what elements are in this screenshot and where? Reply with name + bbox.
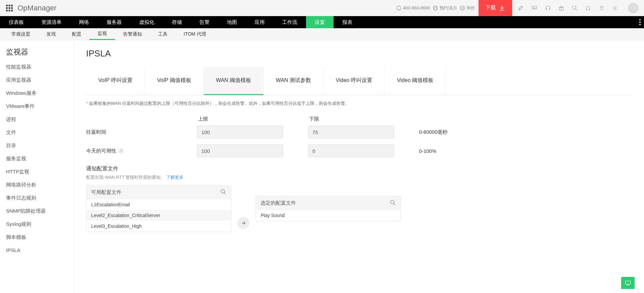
headset-icon[interactable] xyxy=(544,5,551,11)
user-avatar[interactable] xyxy=(628,3,639,13)
download-label: 下载 xyxy=(485,4,496,11)
range-text: 0-100% xyxy=(419,148,437,154)
available-label: 可用配置文件 xyxy=(91,189,121,196)
notification-desc-text: 配置出现 WAN RTT 警报时所需的通知。 xyxy=(86,175,165,180)
svg-point-11 xyxy=(572,6,576,9)
search-icon[interactable] xyxy=(390,200,396,207)
sub-nav-item[interactable]: 工具 xyxy=(150,28,176,40)
nav-item[interactable]: 虚拟化 xyxy=(130,16,163,28)
header-icons xyxy=(512,3,644,13)
sidebar-item[interactable]: Windows服务 xyxy=(0,87,74,100)
svg-rect-7 xyxy=(9,10,10,11)
sub-nav-item[interactable]: ITOM 代理 xyxy=(176,28,214,40)
nav-item[interactable]: 报表 xyxy=(334,16,361,28)
sidebar: 监视器 性能监视器应用监视器Windows服务VMware事件进程文件目录服务监… xyxy=(0,40,74,293)
transfer-right-button[interactable] xyxy=(237,217,250,229)
nav-item[interactable]: 地图 xyxy=(218,16,246,28)
profiles-transfer: 可用配置文件 L1EscalationEmailLevel2_Escalatio… xyxy=(86,185,632,232)
sidebar-item[interactable]: 目录 xyxy=(0,139,74,152)
apps-grid-icon[interactable] xyxy=(5,4,13,12)
top-header: OpManager ☎ 400-660-8680 ▸ 预约演示 $ 询价 下载 xyxy=(0,0,644,16)
presentation-icon[interactable] xyxy=(531,5,538,11)
profile-item[interactable]: L1EscalationEmail xyxy=(86,199,231,210)
page-tabs: VoIP 呼叫设置VoIP 阈值模板WAN 阈值模板WAN 测试参数Video … xyxy=(86,67,632,95)
nav-item[interactable]: 资源清单 xyxy=(33,16,70,28)
phone-icon: ☎ xyxy=(396,5,402,11)
svg-rect-3 xyxy=(6,7,8,9)
sub-nav: 常规设置发现配置监视告警通知工具ITOM 代理 xyxy=(0,28,644,40)
sub-nav-item[interactable]: 告警通知 xyxy=(115,28,150,40)
upper-input[interactable] xyxy=(197,144,283,157)
nav-more-icon[interactable] xyxy=(639,16,641,28)
sidebar-title: 监视器 xyxy=(0,40,74,60)
contact-phone[interactable]: ☎ 400-660-8680 xyxy=(396,5,430,11)
sidebar-item[interactable]: 脚本模板 xyxy=(0,231,74,244)
sidebar-item[interactable]: 服务监视 xyxy=(0,152,74,165)
page-title: IPSLA xyxy=(86,48,632,59)
search-icon[interactable] xyxy=(220,189,226,196)
quote-text: 询价 xyxy=(466,5,475,11)
sidebar-item[interactable]: IPSLA xyxy=(0,244,74,256)
contact-demo[interactable]: ▸ 预约演示 xyxy=(433,5,457,11)
svg-point-13 xyxy=(639,19,641,20)
sidebar-item[interactable]: HTTP监视 xyxy=(0,165,74,178)
svg-rect-1 xyxy=(9,5,10,6)
svg-rect-8 xyxy=(11,10,13,11)
sub-nav-item[interactable]: 配置 xyxy=(64,28,89,40)
sidebar-item[interactable]: 文件 xyxy=(0,126,74,139)
chat-fab-button[interactable] xyxy=(621,277,635,289)
profile-item[interactable]: Level2_Escalation_CriticalServer xyxy=(86,210,231,221)
lower-input[interactable] xyxy=(308,144,394,157)
selected-profiles-box: 选定的配置文件 Play Sound xyxy=(256,196,401,221)
sidebar-item[interactable]: Syslog规则 xyxy=(0,218,74,231)
sidebar-item[interactable]: 事件日志规则 xyxy=(0,192,74,205)
upper-input[interactable] xyxy=(197,126,283,138)
profile-item[interactable]: Level3_Escalation_High xyxy=(86,221,231,232)
gear-icon[interactable] xyxy=(612,5,618,11)
gift-icon[interactable] xyxy=(558,5,565,11)
nav-item[interactable]: 存储 xyxy=(163,16,191,28)
help-icon[interactable]: ? xyxy=(118,148,124,154)
sub-nav-item[interactable]: 监视 xyxy=(89,28,115,40)
learn-more-link[interactable]: 了解更多 xyxy=(166,175,184,180)
download-button[interactable]: 下载 xyxy=(479,0,512,16)
form-row: 往返时间0-60000毫秒 xyxy=(86,126,632,138)
notification-desc: 配置出现 WAN RTT 警报时所需的通知。 了解更多 xyxy=(86,174,632,180)
sidebar-item[interactable]: 进程 xyxy=(0,113,74,126)
bell-icon[interactable] xyxy=(585,5,592,11)
tab[interactable]: VoIP 呼叫设置 xyxy=(86,67,145,95)
sub-nav-item[interactable]: 发现 xyxy=(38,28,64,40)
tab[interactable]: VoIP 阈值模板 xyxy=(145,67,204,95)
nav-item[interactable]: 应用 xyxy=(246,16,273,28)
sub-nav-item[interactable]: 常规设置 xyxy=(3,28,38,40)
nav-item[interactable]: 仪表板 xyxy=(0,16,33,28)
nav-item[interactable]: 告警 xyxy=(191,16,218,28)
tab[interactable]: WAN 测试参数 xyxy=(264,67,324,95)
brand-title: OpManager xyxy=(17,4,56,12)
tab[interactable]: Video 阈值模板 xyxy=(385,67,446,95)
nav-item[interactable]: 网络 xyxy=(70,16,98,28)
sidebar-item[interactable]: VMware事件 xyxy=(0,100,74,113)
sidebar-item[interactable]: SNMP陷阱处理器 xyxy=(0,205,74,218)
tab[interactable]: Video 呼叫设置 xyxy=(324,67,385,95)
svg-rect-6 xyxy=(6,10,8,11)
download-icon xyxy=(499,5,505,11)
nav-item[interactable]: 服务器 xyxy=(98,16,130,28)
rocket-icon[interactable] xyxy=(518,5,524,11)
page-description: 如果收集的WAN 往返时间超过配置的上限（可用性百分比除外），则会生成告警。此外… xyxy=(86,100,632,107)
form-row: 今天的可用性?0-100% xyxy=(86,144,632,157)
lower-input[interactable] xyxy=(308,126,394,138)
selected-label: 选定的配置文件 xyxy=(261,200,296,206)
nav-item[interactable]: 工作流 xyxy=(273,16,306,28)
nav-item[interactable]: 设置 xyxy=(306,16,334,28)
search-icon[interactable] xyxy=(571,5,578,11)
tab[interactable]: WAN 阈值模板 xyxy=(204,67,264,95)
sidebar-item[interactable]: 性能监视器 xyxy=(0,60,74,74)
svg-rect-4 xyxy=(9,7,10,9)
contact-quote[interactable]: $ 询价 xyxy=(460,5,475,11)
sidebar-item[interactable]: 网络路径分析 xyxy=(0,178,74,192)
svg-point-12 xyxy=(614,7,616,9)
sidebar-item[interactable]: 应用监视器 xyxy=(0,74,74,87)
profile-item[interactable]: Play Sound xyxy=(256,210,401,221)
plug-icon[interactable] xyxy=(598,5,605,11)
